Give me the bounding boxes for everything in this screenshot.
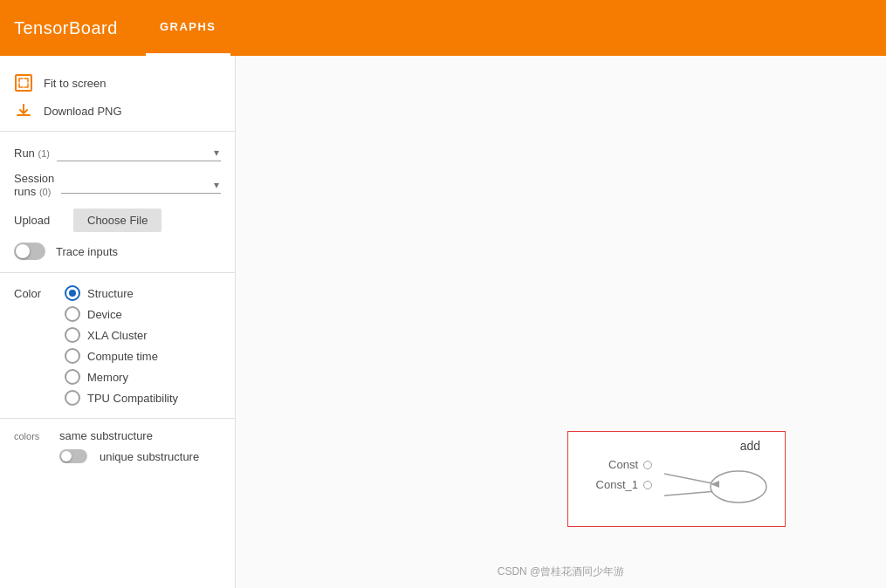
- fit-to-screen-label: Fit to screen: [44, 77, 106, 90]
- radio-circle-xla: [65, 327, 80, 343]
- sidebar: Fit to screen Download PNG Run (1): [0, 56, 236, 588]
- watermark: CSDN @曾桂花酒同少年游: [498, 564, 625, 579]
- download-png-label: Download PNG: [44, 105, 122, 118]
- radio-compute-time[interactable]: Compute time: [65, 348, 178, 364]
- session-label-group: Sessionruns (0): [14, 172, 54, 198]
- session-select-wrapper: [61, 176, 221, 194]
- arrow-const: [664, 474, 717, 484]
- color-radio-group: Structure Device XLA Cluster Compute tim…: [65, 285, 178, 406]
- session-runs-row: Sessionruns (0): [0, 167, 235, 203]
- graph-canvas: add Const Const_1: [236, 56, 886, 588]
- substructure-unique-row: unique substructure: [0, 446, 235, 467]
- same-substructure-label: same substructure: [59, 429, 153, 442]
- run-row: Run (1): [0, 139, 235, 167]
- radio-circle-device: [65, 306, 80, 322]
- run-label: Run: [14, 147, 35, 160]
- radio-label-memory: Memory: [87, 371, 128, 384]
- radio-tpu[interactable]: TPU Compatibility: [65, 390, 178, 406]
- radio-structure[interactable]: Structure: [65, 285, 178, 301]
- run-select-wrapper: [57, 144, 221, 161]
- upload-row: Upload Choose File: [0, 203, 235, 237]
- main-layout: Fit to screen Download PNG Run (1): [0, 56, 886, 588]
- download-icon: [14, 101, 33, 120]
- radio-circle-compute: [65, 348, 80, 364]
- arrow-const1: [664, 491, 717, 496]
- colors-sublabel: colors: [14, 431, 52, 441]
- divider-2: [0, 272, 235, 273]
- graph-box: add Const Const_1: [567, 431, 786, 527]
- color-row: Color Structure Device XLA Cluster Compu…: [0, 280, 235, 411]
- radio-label-structure: Structure: [87, 287, 134, 300]
- download-png-row[interactable]: Download PNG: [0, 98, 235, 124]
- color-label: Color: [14, 287, 58, 300]
- unique-substructure-toggle[interactable]: [59, 449, 87, 463]
- choose-file-button[interactable]: Choose File: [73, 209, 161, 232]
- radio-xla-cluster[interactable]: XLA Cluster: [65, 327, 178, 343]
- trace-inputs-toggle[interactable]: [14, 243, 45, 260]
- radio-memory[interactable]: Memory: [65, 369, 178, 385]
- session-select[interactable]: [61, 176, 221, 194]
- divider-3: [0, 418, 235, 419]
- app-header: TensorBoard GRAPHS: [0, 0, 886, 56]
- trace-inputs-row: Trace inputs: [0, 237, 235, 265]
- run-count: (1): [38, 148, 49, 159]
- upload-label: Upload: [14, 214, 66, 227]
- radio-label-xla: XLA Cluster: [87, 329, 148, 342]
- run-select[interactable]: [57, 144, 221, 161]
- trace-inputs-label: Trace inputs: [56, 245, 118, 258]
- run-label-group: Run (1): [14, 147, 50, 160]
- fit-to-screen-icon: [14, 73, 33, 92]
- svg-rect-0: [16, 75, 31, 91]
- radio-circle-memory: [65, 369, 80, 385]
- radio-label-device: Device: [87, 308, 122, 321]
- app-title: TensorBoard: [14, 18, 118, 38]
- radio-circle-tpu: [65, 390, 80, 406]
- session-count: (0): [39, 187, 51, 197]
- radio-device[interactable]: Device: [65, 306, 178, 322]
- graph-svg: [568, 432, 785, 526]
- fit-to-screen-row[interactable]: Fit to screen: [0, 70, 235, 96]
- unique-substructure-label: unique substructure: [100, 450, 199, 463]
- divider-1: [0, 131, 235, 132]
- radio-label-compute: Compute time: [87, 350, 158, 363]
- radio-circle-structure: [65, 285, 80, 301]
- tab-graphs[interactable]: GRAPHS: [146, 0, 230, 56]
- radio-label-tpu: TPU Compatibility: [87, 392, 178, 405]
- substructure-same-row: colors same substructure: [0, 426, 235, 446]
- header-tabs: GRAPHS: [146, 0, 230, 56]
